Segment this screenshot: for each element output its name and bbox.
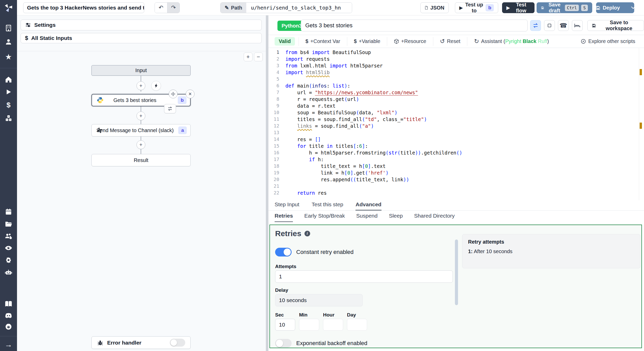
assistant-pyright: Pyright — [505, 38, 521, 44]
zoom-out-button[interactable]: − — [254, 53, 263, 61]
windmill-flow-editor: ★ $ — [0, 0, 644, 351]
test-flow-button[interactable]: ▶ Test flow — [502, 2, 535, 13]
retry-preview-title: Retry attempts — [468, 239, 634, 245]
hour-label: Hour — [323, 312, 334, 318]
retries-panel: Retries i Constant retry enabled Attempt… — [269, 225, 642, 348]
retry-preview-box: Retry attempts 1: After 10 seconds — [462, 234, 640, 268]
flow-title-input[interactable]: Gets the top 3 HackerNews stories and se… — [23, 2, 144, 13]
step-title-input[interactable]: Gets 3 best stories — [301, 20, 528, 31]
suspend-button[interactable]: ☎ — [558, 20, 569, 31]
tab-step-input[interactable]: Step Input — [275, 201, 299, 210]
add-context-var-button[interactable]: $+Context Var — [299, 37, 347, 46]
reset-icon: ↺ — [440, 38, 445, 45]
code-editor[interactable]: 1from bs4 import BeautifulSoup2import re… — [268, 48, 644, 200]
constant-retry-row: Constant retry enabled — [275, 248, 354, 256]
tab-test-this-step[interactable]: Test this step — [312, 201, 343, 210]
zoom-in-button[interactable]: + — [244, 53, 252, 61]
insert-step-button[interactable]: + — [137, 140, 145, 149]
deploy-button[interactable]: Deploy — [596, 2, 634, 13]
min-input[interactable] — [299, 319, 319, 331]
attempts-input[interactable]: 1 — [275, 270, 453, 283]
redo-icon[interactable]: ↷ — [167, 3, 180, 13]
save-to-workspace-button[interactable]: Save to workspace — [587, 20, 644, 31]
add-resource-button[interactable]: +Resource — [387, 37, 433, 46]
bed-icon — [574, 23, 580, 28]
workers-robot-icon[interactable] — [0, 267, 17, 278]
dollar-icon: $ — [306, 38, 308, 44]
resources-cubes-icon[interactable] — [0, 113, 17, 124]
delay-input[interactable]: 10 seconds — [275, 294, 363, 306]
test-up-to-button[interactable]: ▶ Test up to b — [455, 2, 498, 13]
package-icon — [394, 39, 399, 44]
runs-play-icon[interactable] — [0, 86, 17, 98]
delete-step-button[interactable]: × — [186, 90, 194, 98]
canvas-separator — [17, 51, 266, 51]
flow-node-result[interactable]: Result — [91, 154, 191, 166]
subtab-shared-directory[interactable]: Shared Directory — [414, 213, 455, 222]
tab-advanced[interactable]: Advanced — [355, 201, 381, 210]
phone-incoming-icon: ☎ — [560, 22, 567, 29]
path-value[interactable]: u/henri/send_to_slack_top3_hn — [246, 3, 352, 13]
retries-form-scrollbar[interactable] — [455, 239, 458, 305]
subtab-early-stop[interactable]: Early Stop/Break — [304, 213, 345, 222]
day-input[interactable] — [347, 319, 367, 331]
variables-dollar-icon[interactable]: $ — [0, 99, 17, 111]
folders-icon[interactable] — [0, 218, 17, 229]
retry-indicator-chip[interactable] — [164, 104, 176, 113]
static-inputs-bar[interactable]: $ All Static Inputs — [21, 33, 262, 43]
groups-users-icon[interactable] — [0, 230, 17, 242]
flow-settings-bar[interactable]: Settings — [21, 20, 262, 30]
home-icon[interactable] — [0, 74, 17, 85]
info-icon[interactable]: i — [304, 231, 310, 236]
path-field[interactable]: ✎Path u/henri/send_to_slack_top3_hn — [220, 2, 352, 13]
pencil-icon: ✎ — [225, 5, 229, 11]
windmill-logo[interactable] — [0, 2, 17, 13]
min-label: Min — [299, 312, 308, 318]
attempts-label: Attempts — [275, 264, 296, 269]
subtab-suspend[interactable]: Suspend — [356, 213, 378, 222]
sec-label: Sec — [275, 312, 284, 318]
collapse-arrow-icon[interactable]: → — [0, 339, 17, 350]
path-label: Path — [231, 5, 242, 11]
reset-button[interactable]: ↺Reset — [433, 37, 467, 46]
retries-toggle-button[interactable] — [530, 20, 541, 31]
flow-node-error-handler[interactable]: Error handler — [91, 336, 191, 349]
bug-icon — [97, 339, 104, 346]
schedules-calendar-icon[interactable] — [0, 206, 17, 217]
insert-step-button[interactable]: + — [137, 81, 145, 90]
sleep-button[interactable] — [572, 20, 583, 31]
add-variable-button[interactable]: $+Variable — [347, 37, 387, 46]
flow-node-step-a[interactable]: Send Message to Channel (slack) a — [91, 124, 191, 136]
exponential-backoff-toggle[interactable] — [275, 339, 292, 348]
workspace-icon[interactable] — [0, 22, 17, 34]
github-icon[interactable] — [0, 321, 17, 332]
explore-other-scripts-button[interactable]: Explore other scripts — [581, 38, 635, 44]
stop-square-icon — [547, 23, 552, 28]
save-draft-button[interactable]: Save draft CtrlS — [537, 2, 592, 13]
insert-step-button[interactable]: + — [137, 112, 145, 120]
deploy-dropdown-chevron[interactable] — [628, 6, 638, 9]
error-handler-toggle[interactable] — [170, 339, 185, 347]
day-label: Day — [347, 312, 356, 318]
early-stop-button[interactable] — [544, 20, 555, 31]
user-icon[interactable] — [0, 36, 17, 48]
subtab-sleep[interactable]: Sleep — [389, 213, 403, 222]
settings-gear-icon[interactable] — [0, 254, 17, 266]
move-step-handle[interactable] — [169, 90, 177, 98]
hour-input[interactable] — [323, 319, 343, 331]
save-icon — [596, 5, 600, 10]
audit-eye-icon[interactable] — [0, 242, 17, 254]
trigger-bolt-button[interactable] — [151, 81, 161, 91]
undo-icon[interactable]: ↶ — [155, 3, 167, 13]
subtab-retries[interactable]: Retries — [275, 213, 293, 222]
assistant-button[interactable]: ↻ Assistant(Pyright Black Ruff) — [467, 37, 556, 46]
panel-resize-handle[interactable] — [266, 15, 268, 351]
favorites-star-icon[interactable]: ★ — [0, 51, 17, 63]
json-button[interactable]: JSON — [420, 2, 449, 13]
flow-node-input[interactable]: Input — [91, 65, 191, 76]
docs-book-icon[interactable] — [0, 298, 17, 310]
constant-retry-toggle[interactable] — [275, 248, 292, 256]
topbar: Gets the top 3 HackerNews stories and se… — [17, 0, 644, 15]
sec-input[interactable]: 10 — [275, 319, 295, 331]
discord-icon[interactable] — [0, 310, 17, 321]
